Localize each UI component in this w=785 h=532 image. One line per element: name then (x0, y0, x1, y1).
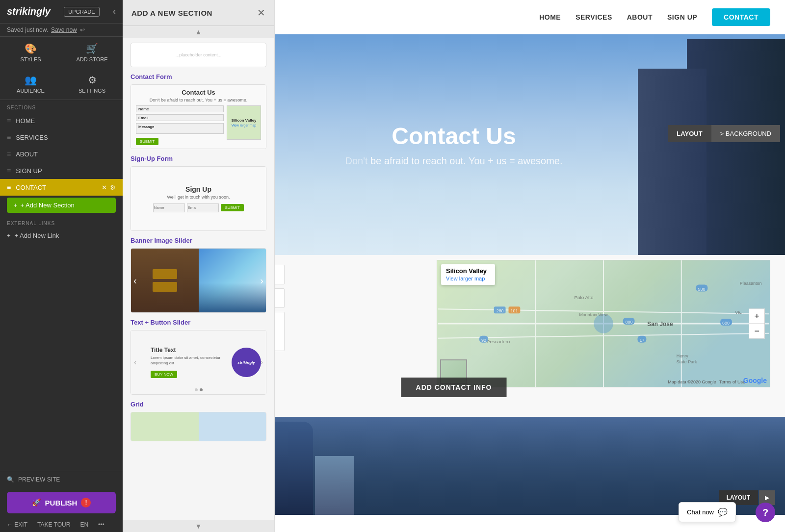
drag-icon: ≡ (7, 150, 11, 158)
grid-card[interactable] (131, 412, 266, 441)
svg-text:Ve...: Ve... (735, 310, 744, 315)
stamp1 (153, 269, 177, 279)
add-section-button[interactable]: + + Add New Section (7, 198, 116, 213)
svg-text:State Park: State Park (677, 359, 697, 364)
partial-section-card[interactable]: ...placeholder content... (131, 43, 266, 67)
tb-dots (195, 388, 203, 391)
map-zoom-out[interactable]: − (749, 324, 764, 338)
building-right2 (638, 69, 706, 255)
tb-text-content: Title Text Lorem ipsum dolor sit amet, c… (151, 347, 227, 378)
message-preview: Message (136, 123, 224, 134)
take-tour-link[interactable]: TAKE TOUR (37, 521, 70, 528)
bldg4 (315, 456, 354, 515)
contact-form-card[interactable]: Contact Us Don't be afraid to reach out.… (131, 84, 266, 149)
form-preview-body: Name Email Message SUBMIT Silicon Valley… (136, 105, 261, 145)
slider-left-panel (131, 249, 199, 312)
panel-close-button[interactable]: ✕ (257, 8, 265, 18)
map-zoom-controls: + − (749, 309, 765, 339)
publish-badge: ! (81, 498, 91, 507)
bottom-nav: ← EXIT TAKE TOUR EN ••• (0, 517, 123, 532)
chat-icon: 💬 (718, 507, 728, 517)
sidebar-item-about[interactable]: ≡ ABOUT (0, 146, 123, 162)
slider-preview-content: ‹ › (131, 249, 266, 312)
slider-right-panel (199, 249, 266, 312)
add-contact-info-button[interactable]: ADD CONTACT INFO (401, 378, 507, 397)
terms-link[interactable]: Terms of Use (719, 380, 745, 384)
slider-prev-arrow[interactable]: ‹ (133, 275, 137, 286)
drag-icon: ≡ (7, 133, 11, 141)
sidebar-item-home[interactable]: ≡ HOME (0, 112, 123, 129)
nav-services[interactable]: SERVICES (576, 13, 612, 21)
nav-signup[interactable]: SIGN UP (667, 13, 697, 21)
audience-tool[interactable]: 👥 AUDIENCE (0, 68, 61, 100)
chat-label: Chat now (687, 508, 714, 516)
nav-home[interactable]: HOME (539, 13, 561, 21)
save-now-link[interactable]: Save now (51, 26, 77, 33)
undo-icon[interactable]: ↩ (80, 26, 85, 33)
settings-tool[interactable]: ⚙ SETTINGS (61, 68, 123, 100)
more-menu[interactable]: ••• (98, 521, 105, 528)
svg-text:101: 101 (510, 308, 518, 313)
background-button[interactable]: > BACKGROUND (711, 125, 780, 142)
svg-text:880: 880 (626, 320, 633, 325)
collapse-button[interactable]: ‹ (113, 6, 116, 17)
signup-email-input[interactable] (187, 203, 219, 212)
grid-cell-2 (199, 412, 266, 441)
section-settings-icon[interactable]: ⚙ (110, 184, 116, 191)
layout-button[interactable]: LAYOUT (668, 125, 711, 142)
layout-controls: LAYOUT > BACKGROUND (668, 125, 780, 142)
submit-preview: SUBMIT (136, 138, 158, 145)
map-zoom-in[interactable]: + (749, 309, 764, 324)
settings-icon: ⚙ (88, 74, 97, 86)
tb-prev-arrow[interactable]: ‹ (134, 358, 136, 367)
signup-name-input[interactable] (153, 203, 185, 212)
language-selector[interactable]: EN (80, 521, 88, 528)
publish-button[interactable]: 🚀 PUBLISH ! (7, 492, 116, 513)
dot-1 (195, 388, 198, 391)
upgrade-button[interactable]: UPGRADE (64, 7, 99, 17)
stamps (153, 269, 177, 292)
exit-link[interactable]: ← EXIT (7, 521, 27, 528)
svg-text:Palo Alto: Palo Alto (574, 295, 594, 300)
store-icon: 🛒 (86, 43, 98, 54)
tb-next-arrow[interactable]: › (261, 358, 263, 367)
add-store-tool[interactable]: 🛒 ADD STORE (61, 37, 123, 68)
add-link-button[interactable]: + + Add New Link (0, 228, 123, 243)
signup-preview-content: Sign Up We'll get in touch with you soon… (131, 178, 266, 219)
signup-form-card[interactable]: Sign Up We'll get in touch with you soon… (131, 166, 266, 231)
contact-form-preview: Contact Us Don't be afraid to reach out.… (131, 85, 266, 149)
tb-slider-content: ‹ › Title Text Lorem ipsum dolor sit ame… (131, 330, 266, 394)
stamp2 (153, 282, 177, 292)
email-preview: Email (136, 114, 224, 121)
nav-about[interactable]: ABOUT (627, 13, 653, 21)
sidebar-item-services[interactable]: ≡ SERVICES (0, 129, 123, 146)
delete-section-icon[interactable]: ✕ (102, 184, 107, 191)
map-preview: Silicon Valley View larger map (227, 105, 261, 140)
view-larger-map-link[interactable]: View larger map (446, 276, 485, 281)
nav-contact[interactable]: CONTACT (712, 8, 770, 26)
scroll-up-arrow[interactable]: ▲ (123, 26, 274, 38)
form-preview-inputs: Name Email Message SUBMIT (136, 105, 224, 145)
sidebar-footer: 🔍 PREVIEW SITE 🚀 PUBLISH ! ← EXIT TAKE T… (0, 471, 123, 532)
tb-slider-card[interactable]: PRO ‹ › Title Text Lorem ipsum dolor sit… (131, 330, 266, 395)
svg-text:680: 680 (722, 321, 730, 326)
panel-title: ADD A NEW SECTION (131, 9, 212, 17)
scroll-down-arrow[interactable]: ▼ (123, 520, 274, 532)
styles-tool[interactable]: 🎨 STYLES (0, 37, 61, 68)
svg-text:580: 580 (698, 287, 706, 292)
sidebar-item-contact[interactable]: ≡ CONTACT ✕ ⚙ (0, 179, 123, 196)
map-label: Silicon Valley View larger map (441, 264, 495, 285)
section-actions: ✕ ⚙ (102, 184, 116, 191)
svg-text:Mountain View: Mountain View (579, 312, 608, 317)
sidebar-header: strikingly UPGRADE ‹ (0, 0, 123, 24)
audience-icon: 👥 (25, 74, 37, 86)
banner-slider-card[interactable]: PRO ‹ › (131, 248, 266, 313)
preview-site-button[interactable]: 🔍 PREVIEW SITE (0, 471, 123, 488)
saved-bar: Saved just now. Save now ↩ (0, 24, 123, 37)
sidebar-item-signup[interactable]: ≡ SIGN UP (0, 162, 123, 179)
slider-next-arrow[interactable]: › (260, 275, 263, 286)
help-button[interactable]: ? (756, 503, 775, 522)
svg-text:San Jose: San Jose (647, 321, 673, 328)
contact-form-label: Contact Form (131, 73, 266, 80)
grid-cell-1 (131, 412, 199, 441)
